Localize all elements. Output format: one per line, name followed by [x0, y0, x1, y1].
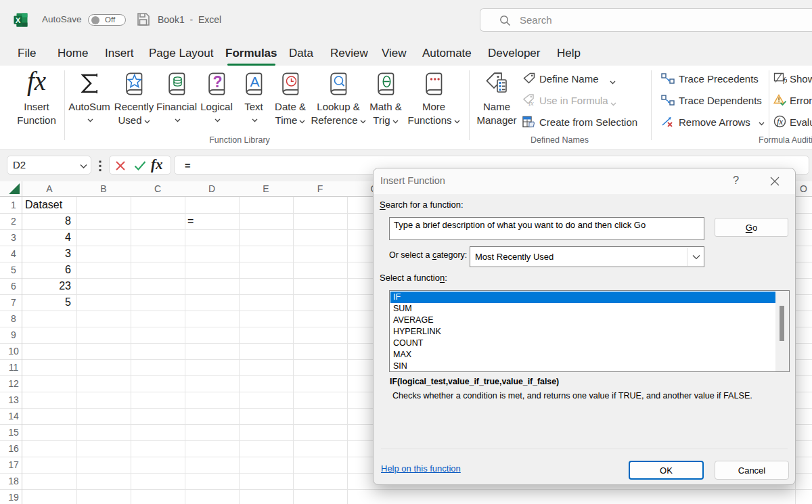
svg-text:A: A — [250, 74, 259, 89]
svg-text:X: X — [16, 16, 21, 24]
svg-text:fx: fx — [528, 99, 534, 107]
svg-text:?: ? — [212, 73, 222, 91]
svg-text:fx: fx — [27, 69, 47, 96]
svg-text:fx: fx — [783, 76, 787, 84]
svg-text:fx: fx — [777, 117, 783, 127]
